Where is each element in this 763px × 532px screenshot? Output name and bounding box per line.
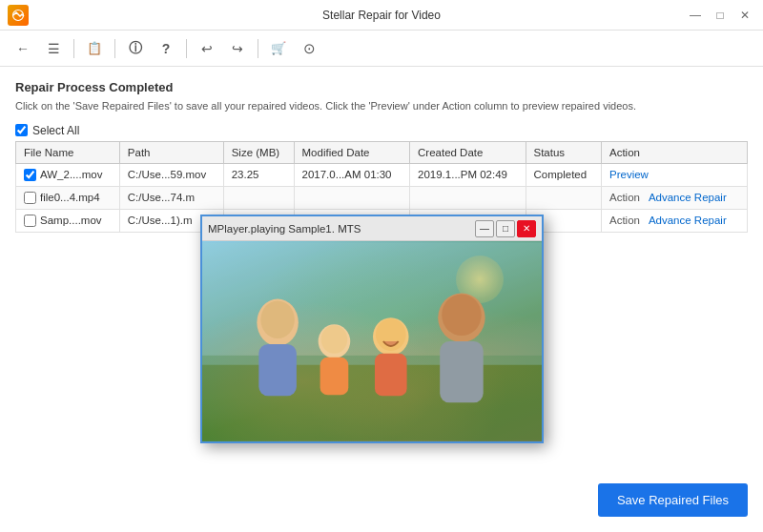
- family-photo-svg: [202, 241, 542, 441]
- col-header-size: Size (MB): [223, 141, 294, 163]
- row2-status: [526, 186, 601, 209]
- help-icon: ?: [162, 41, 171, 56]
- col-header-status: Status: [526, 141, 601, 163]
- mplayer-close-button[interactable]: ✕: [517, 220, 536, 237]
- mplayer-minimize-button[interactable]: —: [475, 220, 494, 237]
- title-bar: Stellar Repair for Video — □ ✕: [0, 0, 763, 31]
- row3-action: Action Advance Repair: [601, 209, 747, 232]
- row1-status: Completed: [526, 163, 601, 186]
- mplayer-title: MPlayer.playing Sample1. MTS: [208, 223, 361, 235]
- menu-icon: ☰: [48, 41, 60, 56]
- select-all-row: Select All: [15, 124, 748, 137]
- mplayer-titlebar: MPlayer.playing Sample1. MTS — □ ✕: [202, 216, 542, 241]
- title-bar-controls: — □ ✕: [685, 5, 755, 26]
- back-button[interactable]: ←: [10, 35, 36, 62]
- mplayer-window: MPlayer.playing Sample1. MTS — □ ✕: [200, 215, 544, 443]
- menu-button[interactable]: ☰: [40, 35, 67, 62]
- row2-size: [223, 186, 294, 209]
- separator-4: [258, 39, 258, 58]
- mplayer-maximize-button[interactable]: □: [496, 220, 515, 237]
- svg-rect-15: [202, 242, 542, 440]
- row1-action: Preview: [601, 163, 747, 186]
- files-button[interactable]: 📋: [81, 35, 108, 62]
- app-icon: [8, 5, 29, 26]
- col-header-filename: File Name: [16, 141, 120, 163]
- col-header-path: Path: [119, 141, 223, 163]
- mplayer-controls: — □ ✕: [475, 220, 536, 237]
- row2-filename: file0...4.mp4: [16, 186, 120, 209]
- table-row: file0...4.mp4 C:/Use...74.m Action Advan…: [16, 186, 748, 209]
- undo-button[interactable]: ↩: [194, 35, 220, 62]
- row1-path: C:/Use...59.mov: [119, 163, 223, 186]
- close-button[interactable]: ✕: [734, 5, 755, 26]
- account-button[interactable]: ⊙: [296, 35, 322, 62]
- files-icon: 📋: [87, 41, 102, 55]
- table-row: AW_2....mov C:/Use...59.mov 23.25 2017.0…: [16, 163, 748, 186]
- separator-3: [186, 39, 187, 58]
- info-button[interactable]: ⓘ: [122, 35, 149, 62]
- row2-action: Action Advance Repair: [601, 186, 747, 209]
- maximize-button[interactable]: □: [710, 5, 731, 26]
- redo-icon: ↪: [232, 41, 243, 56]
- advance-repair-link-2[interactable]: Advance Repair: [649, 192, 727, 203]
- row1-created: 2019.1...PM 02:49: [410, 163, 526, 186]
- row2-checkbox[interactable]: [24, 192, 36, 204]
- row2-action-text: Action: [609, 192, 640, 203]
- separator-2: [114, 39, 115, 58]
- row3-action-text: Action: [609, 215, 640, 226]
- col-header-modified: Modified Date: [294, 141, 409, 163]
- window-title: Stellar Repair for Video: [322, 9, 441, 22]
- col-header-action: Action: [601, 141, 747, 163]
- toolbar: ← ☰ 📋 ⓘ ? ↩ ↪ 🛒 ⊙: [0, 31, 763, 67]
- select-all-checkbox[interactable]: [15, 124, 28, 136]
- row3-checkbox[interactable]: [24, 215, 36, 227]
- undo-icon: ↩: [201, 41, 213, 56]
- main-content: Repair Process Completed Click on the 'S…: [0, 67, 763, 532]
- separator-1: [73, 39, 74, 58]
- back-icon: ←: [16, 41, 30, 56]
- status-description: Click on the 'Save Repaired Files' to sa…: [15, 98, 748, 114]
- row3-filename: Samp....mov: [16, 209, 120, 232]
- row2-modified: [294, 186, 409, 209]
- advance-repair-link-3[interactable]: Advance Repair: [649, 215, 727, 226]
- row2-path: C:/Use...74.m: [119, 186, 223, 209]
- status-title: Repair Process Completed: [15, 80, 748, 94]
- cart-button[interactable]: 🛒: [265, 35, 292, 62]
- col-header-created: Created Date: [410, 141, 526, 163]
- title-bar-left: [8, 5, 29, 26]
- save-repaired-files-button[interactable]: Save Repaired Files: [598, 483, 748, 517]
- cart-icon: 🛒: [271, 41, 286, 55]
- row2-created: [410, 186, 526, 209]
- row1-modified: 2017.0...AM 01:30: [294, 163, 409, 186]
- help-button[interactable]: ?: [153, 35, 179, 62]
- row1-size: 23.25: [223, 163, 294, 186]
- mplayer-video-area: [202, 241, 542, 441]
- redo-button[interactable]: ↪: [224, 35, 251, 62]
- row1-checkbox[interactable]: [24, 169, 36, 181]
- account-icon: ⊙: [303, 40, 316, 57]
- row1-filename: AW_2....mov: [16, 163, 120, 186]
- preview-link[interactable]: Preview: [609, 169, 649, 180]
- info-icon: ⓘ: [129, 40, 142, 57]
- select-all-label: Select All: [32, 124, 79, 137]
- minimize-button[interactable]: —: [685, 5, 706, 26]
